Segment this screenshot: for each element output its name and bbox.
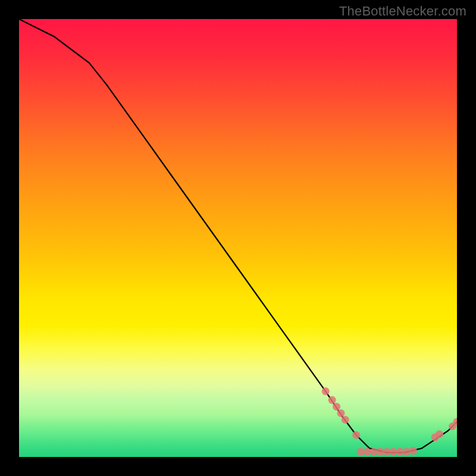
bottleneck-curve: [19, 19, 457, 453]
data-marker: [333, 403, 340, 411]
data-marker: [396, 448, 404, 456]
data-marker: [337, 409, 345, 417]
plot-area: [19, 19, 457, 457]
marker-group: [322, 387, 457, 456]
watermark-text: TheBottleNecker.com: [339, 4, 466, 19]
data-marker: [342, 416, 349, 424]
data-marker: [352, 431, 360, 439]
data-marker: [436, 430, 443, 438]
chart-svg: [19, 19, 457, 457]
data-marker: [383, 448, 391, 456]
chart-frame: TheBottleNecker.com: [0, 0, 476, 476]
data-marker: [403, 448, 411, 456]
data-marker: [322, 387, 330, 395]
data-marker: [409, 447, 417, 455]
data-marker: [328, 396, 336, 404]
data-marker: [364, 448, 371, 456]
